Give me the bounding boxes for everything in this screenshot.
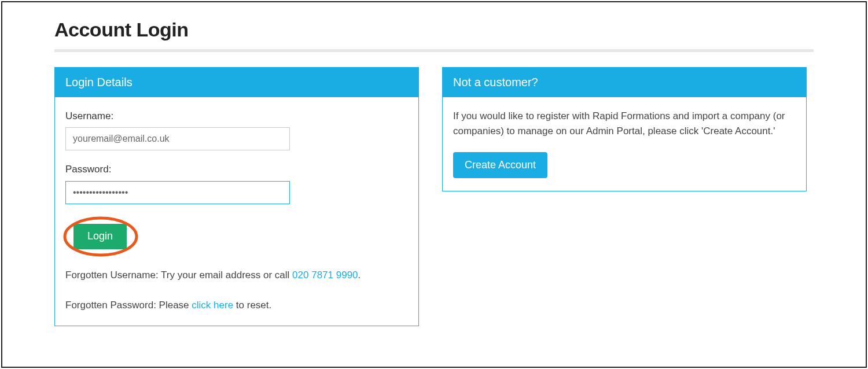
reset-password-link[interactable]: click here bbox=[192, 300, 233, 311]
username-input[interactable] bbox=[65, 127, 290, 150]
content-columns: Login Details Username: Password: Login bbox=[54, 67, 814, 326]
login-panel-body: Username: Password: Login Forgotten User… bbox=[55, 97, 418, 326]
password-field-group: Password: bbox=[65, 162, 408, 204]
divider bbox=[54, 49, 814, 52]
forgotten-password-line: Forgotten Password: Please click here to… bbox=[65, 298, 408, 313]
create-account-button[interactable]: Create Account bbox=[453, 152, 547, 178]
login-panel: Login Details Username: Password: Login bbox=[54, 67, 419, 326]
password-label: Password: bbox=[65, 162, 408, 177]
password-input[interactable] bbox=[65, 181, 290, 204]
login-panel-header: Login Details bbox=[55, 68, 418, 97]
forgotten-username-prefix: Forgotten Username: Try your email addre… bbox=[65, 270, 292, 281]
register-panel-body: If you would like to register with Rapid… bbox=[443, 97, 806, 191]
app-frame: Account Login Login Details Username: Pa… bbox=[1, 1, 867, 368]
forgotten-username-suffix: . bbox=[358, 270, 361, 281]
register-description: If you would like to register with Rapid… bbox=[453, 109, 796, 139]
forgotten-username-line: Forgotten Username: Try your email addre… bbox=[65, 268, 408, 283]
login-button[interactable]: Login bbox=[73, 224, 127, 249]
support-phone-link[interactable]: 020 7871 9990 bbox=[292, 270, 358, 281]
username-field-group: Username: bbox=[65, 109, 408, 150]
page-title: Account Login bbox=[54, 19, 814, 41]
forgotten-password-prefix: Forgotten Password: Please bbox=[65, 300, 192, 311]
username-label: Username: bbox=[65, 109, 408, 124]
login-button-highlight-wrap: Login bbox=[62, 216, 143, 257]
register-panel-header: Not a customer? bbox=[443, 68, 806, 97]
register-panel: Not a customer? If you would like to reg… bbox=[442, 67, 807, 191]
forgotten-password-suffix: to reset. bbox=[233, 300, 271, 311]
